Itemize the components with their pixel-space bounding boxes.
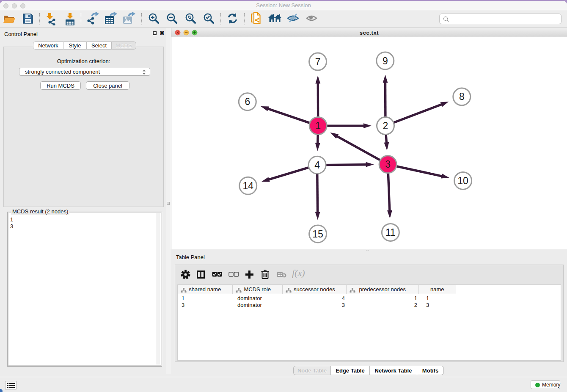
svg-text:15: 15 xyxy=(312,229,323,240)
svg-text:8: 8 xyxy=(459,91,465,102)
svg-text:14: 14 xyxy=(242,180,253,191)
svg-text:4: 4 xyxy=(314,160,320,171)
svg-text:11: 11 xyxy=(385,227,396,238)
svg-text:3: 3 xyxy=(385,159,391,170)
svg-text:9: 9 xyxy=(383,55,388,66)
svg-text:7: 7 xyxy=(315,56,321,67)
svg-text:1: 1 xyxy=(315,120,321,131)
svg-text:10: 10 xyxy=(457,175,468,186)
svg-text:6: 6 xyxy=(245,96,250,107)
svg-text:2: 2 xyxy=(383,120,388,131)
